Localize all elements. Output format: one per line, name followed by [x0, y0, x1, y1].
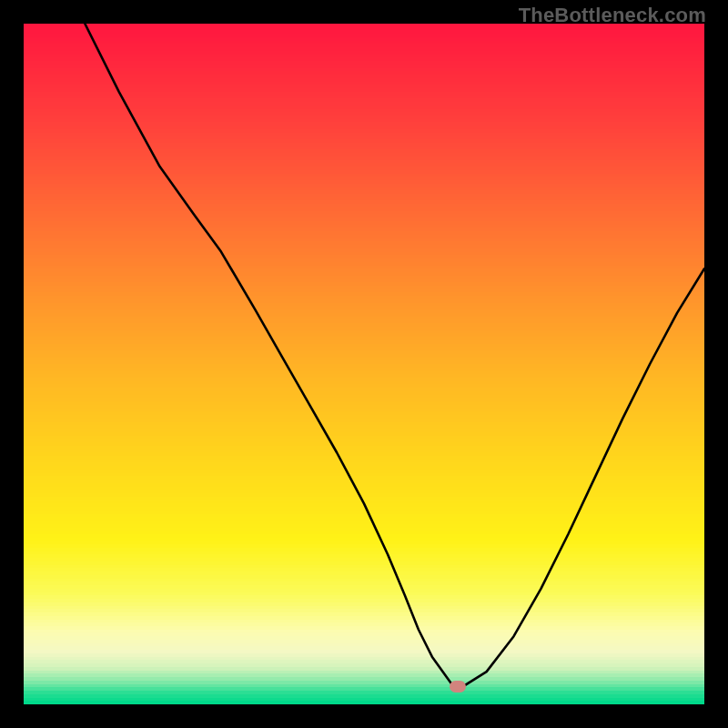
bottleneck-curve-path — [85, 24, 704, 687]
bottleneck-marker — [450, 681, 466, 693]
chart-plot-area — [24, 24, 704, 704]
chart-curve-svg — [24, 24, 704, 704]
